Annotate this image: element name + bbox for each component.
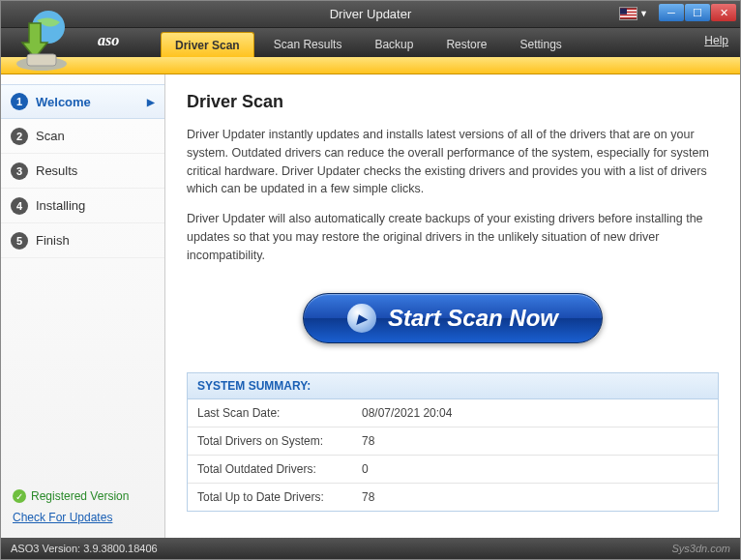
start-scan-button[interactable]: ▶ Start Scan Now bbox=[303, 293, 603, 343]
status-bar: ASO3 Version: 3.9.3800.18406 Sys3dn.com bbox=[1, 538, 740, 559]
step-number-icon: 1 bbox=[11, 93, 28, 110]
summary-value: 08/07/2021 20:04 bbox=[362, 406, 452, 420]
description-paragraph: Driver Updater instantly updates and ins… bbox=[187, 126, 719, 198]
step-number-icon: 5 bbox=[11, 232, 28, 250]
close-button[interactable]: ✕ bbox=[711, 4, 736, 21]
main-content: Driver Scan Driver Updater instantly upd… bbox=[165, 74, 740, 538]
step-welcome[interactable]: 1 Welcome bbox=[1, 84, 164, 119]
summary-title: SYSTEM SUMMARY: bbox=[188, 373, 718, 399]
svg-rect-6 bbox=[620, 15, 637, 17]
version-label: ASO3 Version: 3.9.3800.18406 bbox=[11, 543, 158, 554]
flag-us-icon bbox=[619, 7, 637, 20]
app-logo-icon bbox=[8, 6, 75, 74]
help-link[interactable]: Help bbox=[704, 34, 728, 47]
svg-rect-7 bbox=[620, 9, 627, 15]
tab-backup[interactable]: Backup bbox=[361, 32, 427, 57]
summary-row: Last Scan Date: 08/07/2021 20:04 bbox=[188, 399, 718, 427]
tab-scan-results[interactable]: Scan Results bbox=[260, 32, 356, 57]
summary-row: Total Drivers on System: 78 bbox=[188, 427, 718, 456]
tab-bar: aso Driver Scan Scan Results Backup Rest… bbox=[1, 28, 740, 57]
summary-value: 0 bbox=[362, 462, 369, 476]
page-heading: Driver Scan bbox=[187, 92, 719, 112]
step-number-icon: 3 bbox=[11, 162, 28, 180]
language-selector[interactable]: ▼ bbox=[619, 5, 648, 22]
summary-value: 78 bbox=[362, 434, 374, 448]
summary-row: Total Outdated Drivers: 0 bbox=[188, 456, 718, 484]
step-scan[interactable]: 2 Scan bbox=[1, 119, 164, 154]
step-finish[interactable]: 5 Finish bbox=[1, 223, 164, 258]
summary-value: 78 bbox=[362, 490, 374, 504]
check-icon: ✓ bbox=[13, 489, 26, 503]
step-label: Results bbox=[36, 163, 77, 178]
summary-label: Last Scan Date: bbox=[197, 406, 362, 420]
step-results[interactable]: 3 Results bbox=[1, 154, 164, 189]
step-number-icon: 4 bbox=[11, 197, 28, 215]
description-paragraph: Driver Updater will also automatically c… bbox=[187, 210, 719, 264]
sidebar: 1 Welcome 2 Scan 3 Results 4 Installing … bbox=[1, 74, 165, 538]
step-label: Finish bbox=[36, 233, 70, 248]
registered-version-label: ✓ Registered Version bbox=[13, 489, 153, 503]
system-summary-panel: SYSTEM SUMMARY: Last Scan Date: 08/07/20… bbox=[187, 372, 719, 512]
titlebar: Driver Updater ▼ ─ ☐ ✕ bbox=[1, 1, 740, 28]
tab-restore[interactable]: Restore bbox=[432, 32, 500, 57]
watermark: Sys3dn.com bbox=[671, 543, 730, 554]
brand-logo: aso bbox=[98, 32, 119, 49]
caret-down-icon: ▼ bbox=[639, 9, 648, 18]
tab-driver-scan[interactable]: Driver Scan bbox=[161, 32, 254, 57]
step-label: Installing bbox=[36, 198, 85, 213]
check-for-updates-link[interactable]: Check For Updates bbox=[13, 511, 153, 524]
step-label: Welcome bbox=[36, 95, 91, 109]
step-number-icon: 2 bbox=[11, 128, 28, 145]
maximize-button[interactable]: ☐ bbox=[685, 4, 710, 21]
summary-row: Total Up to Date Drivers: 78 bbox=[188, 484, 718, 511]
step-label: Scan bbox=[36, 129, 65, 143]
minimize-button[interactable]: ─ bbox=[659, 4, 684, 21]
ribbon-accent bbox=[1, 57, 740, 74]
step-installing[interactable]: 4 Installing bbox=[1, 189, 164, 223]
svg-rect-2 bbox=[27, 54, 56, 66]
summary-label: Total Up to Date Drivers: bbox=[197, 490, 362, 504]
tab-settings[interactable]: Settings bbox=[506, 32, 575, 57]
play-icon: ▶ bbox=[347, 304, 376, 333]
summary-label: Total Drivers on System: bbox=[197, 434, 362, 448]
summary-label: Total Outdated Drivers: bbox=[197, 462, 362, 476]
window-title: Driver Updater bbox=[330, 7, 412, 21]
